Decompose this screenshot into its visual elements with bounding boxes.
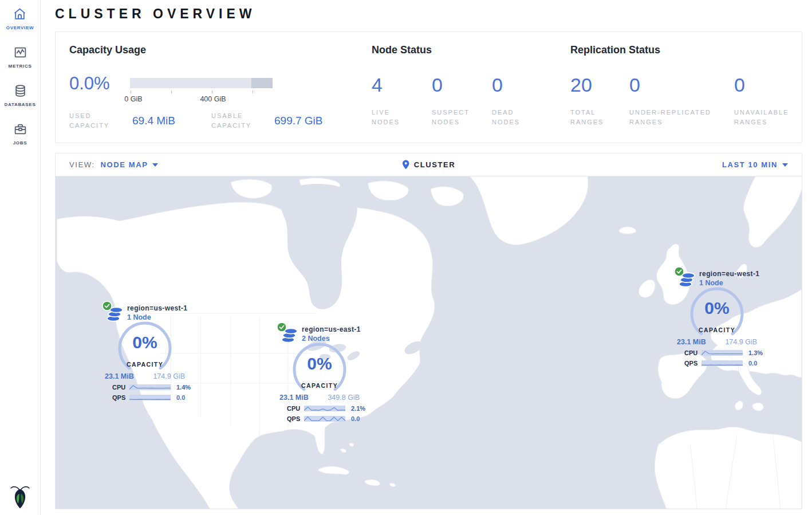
node-status-title: Node Status [372, 44, 570, 56]
cpu-label: CPU [112, 384, 129, 391]
node-map-region-marker[interactable]: region=us-east-1 2 Nodes 0% CAPACITY 23.… [271, 324, 368, 422]
capacity-percent: 0% [115, 333, 175, 352]
cpu-label: CPU [287, 405, 304, 412]
region-icon [676, 269, 697, 288]
total-ranges-value: 20 [570, 74, 629, 96]
qps-row: QPS 0.0 [96, 394, 194, 401]
qps-row: QPS 0.0 [271, 415, 368, 422]
sidebar: OVERVIEW METRICS DATABASES [0, 0, 41, 515]
qps-value: 0.0 [748, 360, 757, 367]
qps-sparkline [701, 360, 744, 367]
cpu-sparkline [701, 349, 744, 356]
node-map-region-marker[interactable]: region=us-west-1 1 Node 0% CAPACITY 23.1… [96, 303, 194, 401]
unavailable-ranges-value: 0 [734, 74, 789, 96]
main-content: CLUSTER OVERVIEW Capacity Usage 0.0% [41, 0, 812, 515]
qps-value: 0.0 [176, 394, 185, 401]
chevron-down-icon [782, 163, 788, 167]
sidebar-item-label: OVERVIEW [6, 25, 34, 30]
cpu-value: 1.4% [176, 384, 191, 391]
cluster-summary-card: Capacity Usage 0.0% 0 GiB [55, 32, 802, 143]
healthy-check-icon [277, 322, 287, 332]
qps-label: QPS [112, 394, 129, 401]
capacity-tick-0: 0 GiB [124, 95, 142, 103]
qps-label: QPS [287, 415, 304, 422]
region-label: region=us-east-1 [302, 325, 361, 333]
capacity-donut: 0% CAPACITY [115, 320, 175, 378]
capacity-usage-title: Capacity Usage [69, 44, 372, 56]
sidebar-item-databases[interactable]: DATABASES [5, 84, 36, 107]
dead-nodes-stat: 0 DEADNODES [492, 56, 520, 127]
home-icon [13, 7, 27, 21]
node-map-panel: VIEW: NODE MAP CLUSTER LAST 10 MIN [55, 153, 802, 509]
under-replicated-ranges-stat: 0 UNDER-REPLICATEDRANGES [629, 56, 734, 127]
cpu-sparkline [304, 405, 346, 412]
healthy-check-icon [674, 266, 684, 277]
capacity-word: CAPACITY [115, 361, 175, 368]
time-range-dropdown[interactable]: LAST 10 MIN [722, 160, 788, 169]
unavailable-ranges-stat: 0 UNAVAILABLERANGES [734, 56, 789, 127]
dead-nodes-value: 0 [492, 74, 520, 96]
briefcase-icon [13, 122, 27, 136]
replication-status-section: Replication Status 20 TOTALRANGES 0 UNDE… [570, 32, 802, 143]
qps-sparkline [129, 394, 172, 401]
capacity-word: CAPACITY [290, 382, 349, 389]
region-icon [279, 324, 299, 344]
region-icon [104, 303, 125, 323]
used-capacity-value: 69.4 MiB [132, 115, 211, 127]
sidebar-item-jobs[interactable]: JOBS [13, 122, 27, 146]
live-nodes-value: 4 [372, 74, 432, 96]
view-mode-dropdown[interactable]: NODE MAP [101, 160, 159, 169]
usable-capacity-value: 699.7 GiB [274, 115, 353, 127]
capacity-percent: 0% [290, 354, 349, 374]
node-map-region-marker[interactable]: region=eu-west-1 1 Node 0% CAPACITY 23.1… [668, 269, 766, 367]
qps-value: 0.0 [351, 415, 360, 422]
cpu-sparkline [129, 384, 172, 391]
capacity-word: CAPACITY [687, 327, 747, 333]
capacity-bar-other-segment [251, 78, 273, 88]
cpu-row: CPU 1.3% [668, 349, 766, 356]
sidebar-item-label: DATABASES [5, 102, 36, 107]
view-label: VIEW: [69, 160, 95, 169]
sidebar-item-label: JOBS [13, 140, 27, 146]
qps-row: QPS 0.0 [668, 360, 766, 367]
capacity-bar-ticks [130, 91, 273, 94]
cpu-row: CPU 1.4% [96, 384, 194, 391]
app-root: OVERVIEW METRICS DATABASES [0, 0, 812, 515]
map-view-bar: VIEW: NODE MAP CLUSTER LAST 10 MIN [56, 154, 802, 176]
live-nodes-stat: 4 LIVENODES [372, 56, 432, 127]
region-label: region=eu-west-1 [699, 270, 759, 278]
database-icon [13, 84, 27, 98]
capacity-tick-400: 400 GiB [200, 95, 226, 103]
cpu-value: 2.1% [351, 405, 365, 412]
capacity-bar: 0 GiB 400 GiB [130, 78, 273, 103]
qps-label: QPS [684, 360, 701, 367]
suspect-nodes-stat: 0 SUSPECTNODES [432, 56, 492, 127]
breadcrumb-cluster-label[interactable]: CLUSTER [414, 160, 456, 169]
page-title: CLUSTER OVERVIEW [55, 0, 802, 32]
world-map: region=us-west-1 1 Node 0% CAPACITY 23.1… [56, 176, 802, 509]
suspect-nodes-value: 0 [432, 74, 492, 96]
cpu-label: CPU [684, 349, 701, 356]
metrics-chart-icon [13, 45, 27, 60]
chevron-down-icon [152, 163, 158, 167]
under-replicated-ranges-value: 0 [629, 74, 734, 96]
node-status-section: Node Status 4 LIVENODES 0 SUSPECTNODES 0… [372, 32, 570, 143]
total-ranges-stat: 20 TOTALRANGES [570, 56, 629, 127]
sidebar-item-label: METRICS [9, 64, 32, 69]
sidebar-item-overview[interactable]: OVERVIEW [6, 7, 34, 30]
usable-capacity-label: USABLE CAPACITY [211, 111, 274, 131]
sidebar-item-metrics[interactable]: METRICS [9, 45, 32, 69]
capacity-percent: 0% [687, 298, 747, 318]
replication-status-title: Replication Status [570, 44, 802, 56]
healthy-check-icon [102, 301, 112, 311]
used-capacity-label: USED CAPACITY [69, 111, 132, 131]
capacity-bar-usable-segment [130, 78, 251, 88]
region-label: region=us-west-1 [127, 304, 187, 312]
capacity-donut: 0% CAPACITY [687, 286, 747, 343]
qps-sparkline [304, 415, 346, 422]
breadcrumb: CLUSTER [402, 160, 456, 170]
capacity-usage-section: Capacity Usage 0.0% 0 GiB [56, 32, 372, 143]
cockroachdb-logo [10, 484, 30, 512]
capacity-percent: 0.0% [69, 73, 130, 94]
cpu-row: CPU 2.1% [271, 405, 368, 412]
